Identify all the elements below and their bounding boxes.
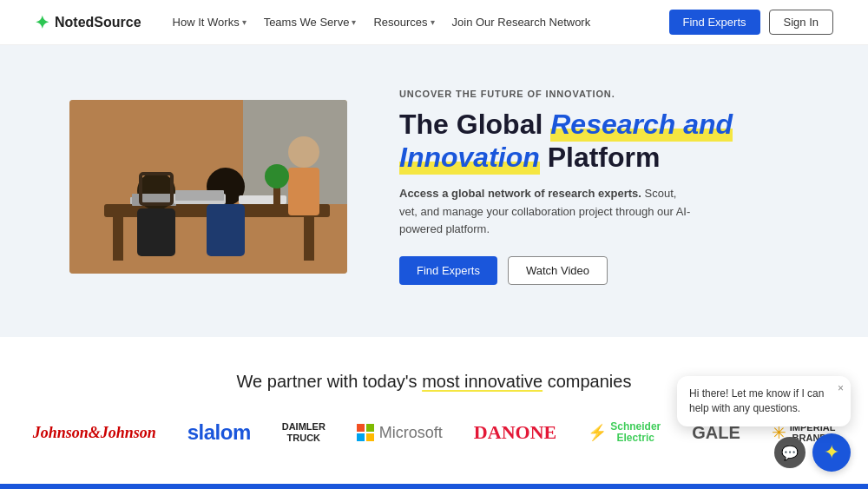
find-experts-nav-button[interactable]: Find Experts — [669, 10, 760, 35]
logo-slalom: slalom — [187, 416, 251, 449]
hero-text-block: UNCOVER THE FUTURE OF INNOVATION. The Gl… — [399, 89, 799, 285]
chevron-down-icon: ▾ — [352, 17, 356, 27]
logo[interactable]: ✦ NotedSource — [35, 12, 141, 33]
logo-microsoft: Microsoft — [357, 416, 443, 449]
chat-bubble: × Hi there! Let me know if I can help wi… — [677, 376, 851, 426]
logo-jj: Johnson&Johnson — [33, 416, 156, 449]
svg-rect-3 — [113, 217, 123, 261]
find-experts-hero-button[interactable]: Find Experts — [399, 256, 497, 285]
hero-image — [69, 100, 347, 274]
nav-resources[interactable]: Resources ▾ — [366, 12, 441, 32]
how-it-works-section: How It Works Sourcing Network Onboarding… — [0, 484, 868, 489]
chat-avatar[interactable]: ✦ — [812, 433, 851, 472]
hero-buttons: Find Experts Watch Video — [399, 256, 799, 285]
chat-message-icon[interactable]: 💬 — [774, 437, 806, 468]
partners-highlight: most innovative — [422, 372, 542, 391]
hero-title: The Global Research and Innovation Platf… — [399, 108, 799, 175]
nav-left: ✦ NotedSource How It Works ▾ Teams We Se… — [35, 12, 597, 33]
nav-links: How It Works ▾ Teams We Serve ▾ Resource… — [166, 12, 598, 32]
chat-message: Hi there! Let me know if I can help with… — [689, 387, 824, 414]
watch-video-button[interactable]: Watch Video — [508, 256, 608, 285]
chat-widget: × Hi there! Let me know if I can help wi… — [677, 376, 851, 472]
svg-rect-10 — [207, 204, 245, 256]
logo-schneider: ⚡ SchneiderElectric — [588, 416, 661, 449]
hero-subtitle: Access a global network of research expe… — [399, 185, 694, 239]
navbar: ✦ NotedSource How It Works ▾ Teams We Se… — [0, 0, 868, 45]
logo-daimler: DAIMLERTRUCK — [282, 416, 326, 449]
nav-teams-we-serve[interactable]: Teams We Serve ▾ — [257, 12, 364, 32]
logo-danone: DANONE — [474, 416, 556, 449]
logo-text: NotedSource — [55, 15, 141, 30]
svg-rect-6 — [137, 208, 175, 256]
schneider-icon: ⚡ — [588, 423, 607, 442]
chevron-down-icon: ▾ — [242, 17, 247, 27]
svg-point-11 — [288, 136, 319, 168]
nav-join-research[interactable]: Join Our Research Network — [445, 12, 598, 32]
svg-rect-12 — [288, 168, 319, 215]
sign-in-button[interactable]: Sign In — [769, 10, 833, 35]
svg-point-17 — [265, 164, 289, 188]
nav-how-it-works[interactable]: How It Works ▾ — [166, 12, 253, 32]
svg-rect-4 — [304, 217, 314, 261]
chevron-down-icon: ▾ — [431, 17, 435, 27]
hero-section: UNCOVER THE FUTURE OF INNOVATION. The Gl… — [0, 45, 868, 337]
close-icon[interactable]: × — [838, 381, 844, 396]
logo-star-icon: ✦ — [35, 12, 49, 33]
hero-eyebrow: UNCOVER THE FUTURE OF INNOVATION. — [399, 89, 799, 99]
nav-right: Find Experts Sign In — [669, 10, 833, 35]
chat-icon-row: 💬 ✦ — [677, 433, 851, 472]
svg-rect-14 — [175, 190, 224, 201]
